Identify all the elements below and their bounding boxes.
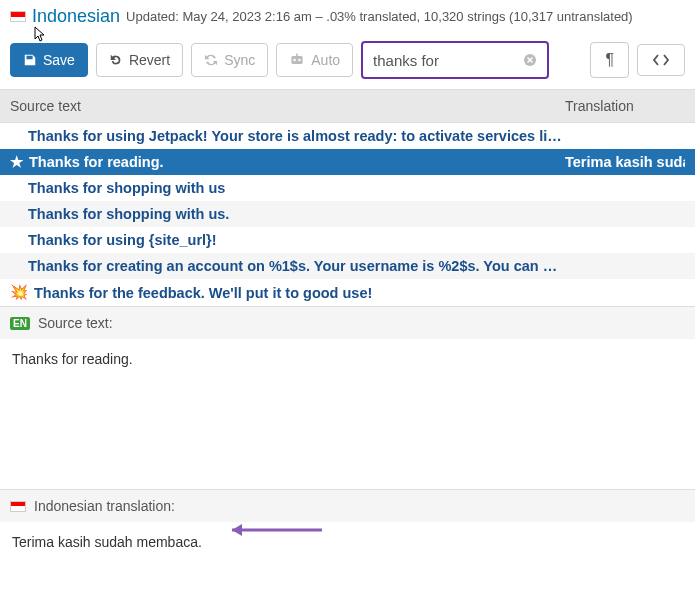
- translation-pane-label: Indonesian translation:: [34, 498, 175, 514]
- table-row[interactable]: Thanks for using {site_url}!: [0, 227, 695, 253]
- table-row[interactable]: Thanks for creating an account on %1$s. …: [0, 253, 695, 279]
- table-row[interactable]: Thanks for shopping with us.: [0, 201, 695, 227]
- row-source-text: Thanks for reading.: [29, 154, 565, 170]
- clear-search-icon[interactable]: [523, 53, 537, 67]
- code-icon: [652, 53, 670, 67]
- search-input[interactable]: [373, 52, 523, 69]
- table-row[interactable]: 💥Thanks for the feedback. We'll put it t…: [0, 279, 695, 306]
- sync-label: Sync: [224, 52, 255, 68]
- auto-label: Auto: [311, 52, 340, 68]
- row-source-text: Thanks for shopping with us.: [28, 206, 565, 222]
- source-pane-header: EN Source text:: [0, 306, 695, 339]
- flag-indonesia-icon: [10, 11, 26, 22]
- svg-rect-0: [292, 56, 303, 64]
- row-source-text: Thanks for the feedback. We'll put it to…: [34, 285, 565, 301]
- sync-icon: [204, 53, 218, 67]
- translation-pane-header: Indonesian translation:: [0, 489, 695, 522]
- table-row[interactable]: Thanks for shopping with us: [0, 175, 695, 201]
- save-button[interactable]: Save: [10, 43, 88, 77]
- column-headers: Source text Translation: [0, 89, 695, 123]
- col-translation: Translation: [565, 98, 685, 114]
- pilcrow-button[interactable]: ¶: [590, 42, 629, 78]
- source-pane-body: Thanks for reading.: [0, 339, 695, 489]
- code-view-button[interactable]: [637, 44, 685, 76]
- save-icon: [23, 53, 37, 67]
- revert-button[interactable]: Revert: [96, 43, 183, 77]
- source-text-content: Thanks for reading.: [12, 351, 133, 367]
- row-source-text: Thanks for shopping with us: [28, 180, 565, 196]
- row-source-text: Thanks for using Jetpack! Your store is …: [28, 128, 565, 144]
- svg-point-2: [298, 59, 300, 61]
- en-badge-icon: EN: [10, 317, 30, 330]
- table-row[interactable]: Thanks for using Jetpack! Your store is …: [0, 123, 695, 149]
- revert-label: Revert: [129, 52, 170, 68]
- svg-rect-3: [296, 54, 298, 56]
- flag-indonesia-icon: [10, 501, 26, 512]
- pilcrow-icon: ¶: [605, 51, 614, 69]
- source-pane-label: Source text:: [38, 315, 113, 331]
- row-source-text: Thanks for using {site_url}!: [28, 232, 565, 248]
- sync-button[interactable]: Sync: [191, 43, 268, 77]
- svg-point-1: [294, 59, 296, 61]
- star-icon: ★: [10, 154, 23, 170]
- search-input-wrapper: [361, 41, 549, 79]
- revert-icon: [109, 53, 123, 67]
- auto-button[interactable]: Auto: [276, 43, 353, 77]
- header-meta: Updated: May 24, 2023 2:16 am – .03% tra…: [126, 9, 633, 24]
- table-row[interactable]: ★Thanks for reading.Terima kasih sudah m: [0, 149, 695, 175]
- translation-text-content: Terima kasih sudah membaca.: [12, 534, 202, 550]
- translation-pane-body[interactable]: Terima kasih sudah membaca.: [0, 522, 695, 562]
- burst-icon: 💥: [10, 284, 28, 301]
- row-source-text: Thanks for creating an account on %1$s. …: [28, 258, 565, 274]
- col-source: Source text: [10, 98, 565, 114]
- row-translation-text: Terima kasih sudah m: [565, 154, 685, 170]
- save-label: Save: [43, 52, 75, 68]
- robot-icon: [289, 53, 305, 67]
- language-link[interactable]: Indonesian: [32, 6, 120, 27]
